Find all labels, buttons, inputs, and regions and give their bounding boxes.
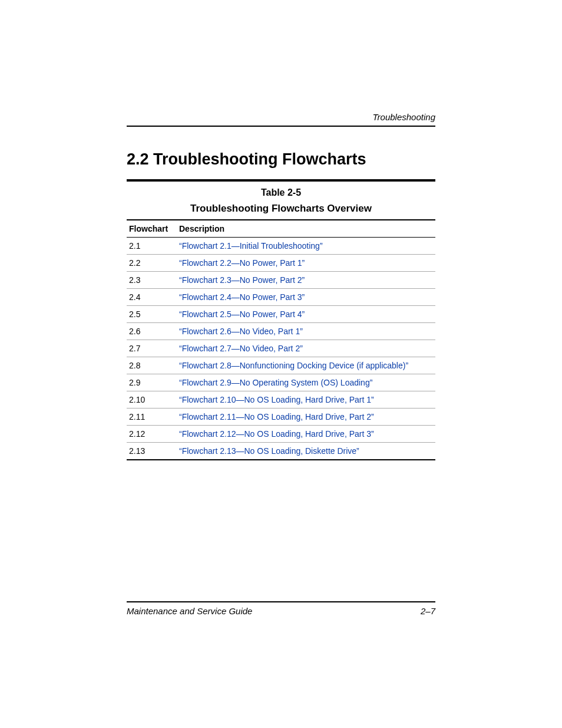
cell-flowchart: 2.4 (127, 289, 177, 306)
table-header-row: Flowchart Description (127, 220, 435, 238)
table-title: Troubleshooting Flowcharts Overview (127, 203, 435, 215)
cell-flowchart: 2.10 (127, 391, 177, 409)
section-heading: 2.2 Troubleshooting Flowcharts (127, 150, 435, 169)
page-footer: Maintenance and Service Guide 2–7 (127, 601, 435, 616)
table-row: 2.6“Flowchart 2.6—No Video, Part 1” (127, 323, 435, 340)
cell-flowchart: 2.9 (127, 374, 177, 391)
cell-description: “Flowchart 2.7—No Video, Part 2” (177, 340, 435, 357)
cell-flowchart: 2.12 (127, 426, 177, 443)
cell-flowchart: 2.7 (127, 340, 177, 357)
col-header-flowchart: Flowchart (127, 220, 177, 238)
table-number: Table 2-5 (127, 187, 435, 198)
cell-description: “Flowchart 2.1—Initial Troubleshooting” (177, 238, 435, 255)
flowchart-link[interactable]: “Flowchart 2.1—Initial Troubleshooting” (179, 241, 323, 251)
table-row: 2.3“Flowchart 2.3—No Power, Part 2” (127, 272, 435, 289)
table-row: 2.11“Flowchart 2.11—No OS Loading, Hard … (127, 409, 435, 426)
cell-flowchart: 2.11 (127, 409, 177, 426)
cell-description: “Flowchart 2.13—No OS Loading, Diskette … (177, 443, 435, 460)
table-row: 2.2“Flowchart 2.2—No Power, Part 1” (127, 255, 435, 272)
flowchart-link[interactable]: “Flowchart 2.3—No Power, Part 2” (179, 275, 305, 285)
footer-right: 2–7 (421, 606, 435, 616)
flowchart-link[interactable]: “Flowchart 2.12—No OS Loading, Hard Driv… (179, 429, 374, 439)
table-row: 2.10“Flowchart 2.10—No OS Loading, Hard … (127, 391, 435, 409)
flowchart-link[interactable]: “Flowchart 2.6—No Video, Part 1” (179, 327, 303, 336)
table-row: 2.9“Flowchart 2.9—No Operating System (O… (127, 374, 435, 391)
footer-left: Maintenance and Service Guide (127, 606, 252, 616)
cell-description: “Flowchart 2.12—No OS Loading, Hard Driv… (177, 426, 435, 443)
table-row: 2.1“Flowchart 2.1—Initial Troubleshootin… (127, 238, 435, 255)
cell-description: “Flowchart 2.9—No Operating System (OS) … (177, 374, 435, 391)
flowchart-link[interactable]: “Flowchart 2.10—No OS Loading, Hard Driv… (179, 395, 374, 404)
table-top-rule (127, 179, 435, 182)
table-row: 2.4“Flowchart 2.4—No Power, Part 3” (127, 289, 435, 306)
page-content: Troubleshooting 2.2 Troubleshooting Flow… (127, 112, 435, 616)
table-row: 2.13“Flowchart 2.13—No OS Loading, Diske… (127, 443, 435, 460)
flowchart-link[interactable]: “Flowchart 2.2—No Power, Part 1” (179, 258, 305, 268)
flowchart-link[interactable]: “Flowchart 2.13—No OS Loading, Diskette … (179, 446, 359, 456)
cell-flowchart: 2.13 (127, 443, 177, 460)
cell-description: “Flowchart 2.11—No OS Loading, Hard Driv… (177, 409, 435, 426)
flowchart-link[interactable]: “Flowchart 2.5—No Power, Part 4” (179, 309, 305, 319)
flowcharts-table: Flowchart Description 2.1“Flowchart 2.1—… (127, 219, 435, 460)
flowchart-link[interactable]: “Flowchart 2.11—No OS Loading, Hard Driv… (179, 412, 374, 421)
cell-description: “Flowchart 2.5—No Power, Part 4” (177, 306, 435, 323)
table-row: 2.8“Flowchart 2.8—Nonfunctioning Docking… (127, 357, 435, 374)
flowchart-link[interactable]: “Flowchart 2.4—No Power, Part 3” (179, 292, 305, 302)
table-row: 2.12“Flowchart 2.12—No OS Loading, Hard … (127, 426, 435, 443)
cell-description: “Flowchart 2.4—No Power, Part 3” (177, 289, 435, 306)
cell-description: “Flowchart 2.10—No OS Loading, Hard Driv… (177, 391, 435, 409)
flowchart-link[interactable]: “Flowchart 2.8—Nonfunctioning Docking De… (179, 361, 408, 370)
cell-description: “Flowchart 2.3—No Power, Part 2” (177, 272, 435, 289)
cell-description: “Flowchart 2.6—No Video, Part 1” (177, 323, 435, 340)
cell-flowchart: 2.1 (127, 238, 177, 255)
col-header-description: Description (177, 220, 435, 238)
table-row: 2.7“Flowchart 2.7—No Video, Part 2” (127, 340, 435, 357)
cell-flowchart: 2.3 (127, 272, 177, 289)
cell-flowchart: 2.8 (127, 357, 177, 374)
cell-description: “Flowchart 2.2—No Power, Part 1” (177, 255, 435, 272)
running-head: Troubleshooting (127, 112, 435, 127)
table-wrap: Table 2-5 Troubleshooting Flowcharts Ove… (127, 179, 435, 460)
flowchart-link[interactable]: “Flowchart 2.7—No Video, Part 2” (179, 344, 303, 353)
cell-flowchart: 2.5 (127, 306, 177, 323)
cell-flowchart: 2.2 (127, 255, 177, 272)
flowchart-link[interactable]: “Flowchart 2.9—No Operating System (OS) … (179, 378, 372, 387)
table-row: 2.5“Flowchart 2.5—No Power, Part 4” (127, 306, 435, 323)
cell-flowchart: 2.6 (127, 323, 177, 340)
cell-description: “Flowchart 2.8—Nonfunctioning Docking De… (177, 357, 435, 374)
